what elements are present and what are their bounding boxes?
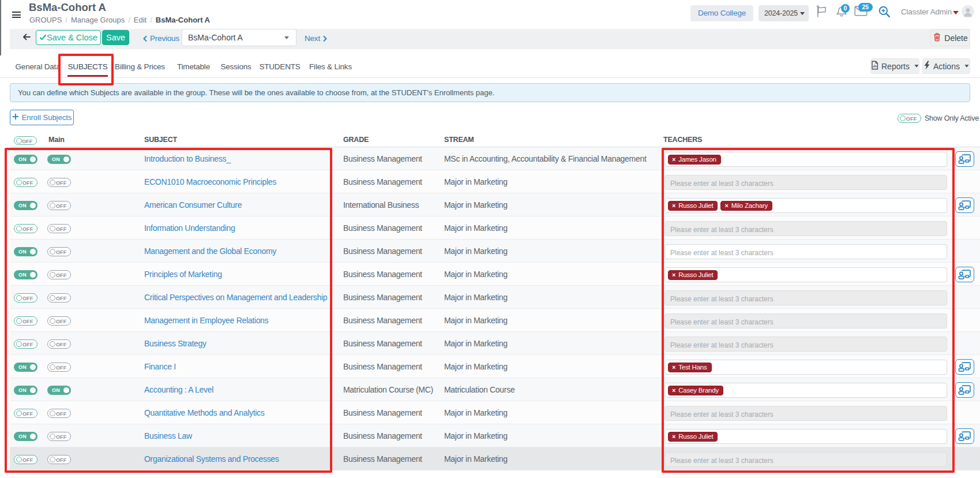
show-only-active-toggle[interactable]: OFF [898, 114, 921, 123]
header-active-toggle[interactable]: OFF [14, 136, 37, 145]
subject-link[interactable]: Management in Employee Relations [144, 316, 268, 325]
row-main-toggle[interactable]: OFF [47, 455, 71, 464]
row-active-toggle[interactable]: ON [14, 363, 37, 372]
zoom-icon[interactable] [877, 5, 891, 18]
subject-link[interactable]: Business Strategy [144, 339, 206, 348]
remove-teacher-icon[interactable]: × [672, 202, 675, 209]
row-active-toggle[interactable]: ON [14, 270, 37, 279]
teachers-input[interactable]: Please enter at least 3 characters [664, 244, 947, 259]
row-main-toggle[interactable]: OFF [47, 224, 71, 233]
next-link[interactable]: Next [305, 34, 328, 44]
previous-link[interactable]: Previous [142, 34, 179, 44]
institution-button[interactable]: Demo College [690, 5, 753, 21]
subject-link[interactable]: Organizational Systems and Processes [144, 454, 279, 464]
tab-subjects[interactable]: SUBJECTS [67, 58, 108, 77]
row-main-toggle[interactable]: OFF [47, 178, 71, 187]
actions-button[interactable]: Actions [922, 58, 970, 74]
teachers-input[interactable]: Please enter at least 3 characters [664, 290, 947, 305]
tab-students[interactable]: STUDENTS [258, 58, 302, 77]
toggle-state-label: OFF [56, 201, 67, 211]
assign-teacher-button[interactable] [955, 151, 974, 167]
subject-link[interactable]: Principles of Marketing [144, 270, 222, 279]
subject-link[interactable]: Finance I [144, 362, 176, 371]
teachers-input[interactable]: Please enter at least 3 characters [664, 221, 947, 236]
subject-link[interactable]: American Consumer Culture [144, 200, 242, 210]
row-main-toggle[interactable]: OFF [47, 247, 71, 256]
remove-teacher-icon[interactable]: × [724, 202, 728, 209]
teachers-input[interactable]: Please enter at least 3 characters [664, 337, 947, 352]
remove-teacher-icon[interactable]: × [672, 364, 675, 371]
subject-link[interactable]: Introduction to Business_ [144, 154, 231, 163]
row-active-toggle[interactable]: ON [14, 201, 37, 210]
row-main-toggle[interactable]: OFF [47, 316, 71, 326]
subject-link[interactable]: ECON1010 Macroeconomic Principles [144, 177, 276, 186]
row-active-toggle[interactable]: OFF [14, 178, 37, 187]
flag-icon[interactable] [815, 5, 829, 18]
assign-teacher-button[interactable] [955, 428, 974, 444]
tab-files-links[interactable]: Files & Links [306, 58, 355, 77]
remove-teacher-icon[interactable]: × [672, 387, 675, 394]
row-active-toggle[interactable]: OFF [14, 293, 37, 303]
teachers-input[interactable]: ×Russo Juliet×Milo Zachary [664, 198, 947, 213]
user-menu[interactable]: Classter Admin [901, 8, 952, 16]
subject-link[interactable]: Business Law [144, 431, 192, 440]
breadcrumb-item[interactable]: GROUPS [29, 16, 62, 24]
back-arrow-icon[interactable] [21, 31, 37, 47]
teachers-input[interactable]: Please enter at least 3 characters [664, 175, 947, 190]
group-select[interactable]: BsMa-Cohort A [182, 29, 296, 46]
subject-link[interactable]: Information Understanding [144, 223, 235, 233]
row-main-toggle[interactable]: ON [47, 386, 71, 395]
subject-link[interactable]: Critical Perspectives on Management and … [144, 293, 327, 302]
row-active-toggle[interactable]: ON [14, 386, 37, 395]
subject-link[interactable]: Quantitative Methods and Analytics [144, 408, 264, 417]
delete-button[interactable]: Delete [930, 29, 970, 46]
row-main-toggle[interactable]: OFF [47, 363, 71, 372]
row-main-toggle[interactable]: ON [47, 155, 71, 164]
avatar[interactable] [962, 5, 974, 18]
assign-teacher-button[interactable] [955, 267, 974, 282]
tab-general-data[interactable]: General Data [13, 58, 63, 77]
school-year-dropdown[interactable]: 2024-2025 [759, 5, 809, 21]
toggle-knob [16, 180, 22, 185]
teachers-input[interactable]: Please enter at least 3 characters [664, 452, 947, 467]
row-main-toggle[interactable]: OFF [47, 293, 71, 303]
assign-teacher-button[interactable] [955, 197, 974, 213]
save-button[interactable]: Save [102, 30, 129, 45]
assign-teacher-button[interactable] [955, 359, 974, 375]
row-main-toggle[interactable]: OFF [47, 339, 71, 349]
teachers-input[interactable]: ×Test Hans [664, 360, 947, 375]
row-active-toggle[interactable]: OFF [14, 316, 37, 326]
tab-billing-prices[interactable]: Billing & Prices [111, 58, 168, 77]
teachers-input[interactable]: Please enter at least 3 characters [664, 313, 947, 328]
row-main-toggle[interactable]: OFF [47, 201, 71, 210]
row-main-toggle[interactable]: OFF [47, 270, 71, 279]
teachers-input[interactable]: ×Russo Juliet [664, 267, 947, 282]
teachers-input[interactable]: ×James Jason [664, 152, 947, 167]
teachers-input[interactable]: Please enter at least 3 characters [664, 406, 947, 421]
remove-teacher-icon[interactable]: × [672, 271, 675, 278]
breadcrumb-item[interactable]: Edit [134, 16, 147, 24]
row-active-toggle[interactable]: ON [14, 247, 37, 256]
row-active-toggle[interactable]: OFF [14, 224, 37, 233]
subject-link[interactable]: Accounting : A Level [144, 385, 213, 394]
tab-timetable[interactable]: Timetable [172, 58, 215, 77]
row-active-toggle[interactable]: ON [14, 155, 37, 164]
teachers-input[interactable]: ×Russo Juliet [664, 429, 947, 444]
reports-button[interactable]: Reports [870, 58, 919, 74]
subject-link[interactable]: Management and the Global Economy [144, 247, 276, 256]
tab-sessions[interactable]: Sessions [218, 58, 254, 77]
remove-teacher-icon[interactable]: × [672, 156, 675, 163]
row-active-toggle[interactable]: ON [14, 432, 37, 441]
row-main-toggle[interactable]: OFF [47, 409, 71, 418]
row-active-toggle[interactable]: OFF [14, 339, 37, 349]
save-close-button[interactable]: Save & Close [36, 30, 101, 45]
row-active-toggle[interactable]: OFF [14, 455, 37, 464]
remove-teacher-icon[interactable]: × [672, 433, 675, 440]
row-active-toggle[interactable]: OFF [14, 409, 37, 418]
row-main-toggle[interactable]: OFF [47, 432, 71, 441]
menu-toggle-icon[interactable] [12, 12, 21, 18]
assign-teacher-button[interactable] [955, 382, 974, 398]
teachers-input[interactable]: ×Casey Brandy [664, 383, 947, 398]
enroll-subjects-button[interactable]: Enroll Subjects [10, 110, 74, 125]
breadcrumb-item[interactable]: Manage Groups [71, 16, 125, 24]
